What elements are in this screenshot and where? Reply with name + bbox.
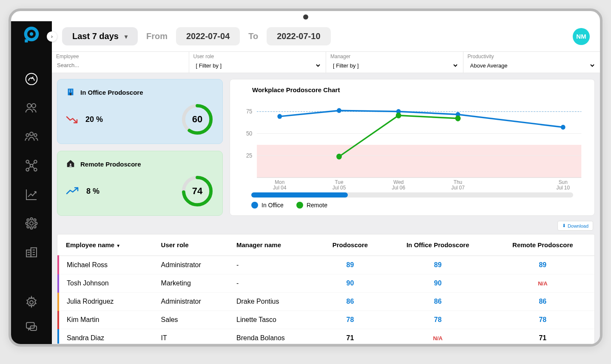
legend-remote[interactable]: Remote bbox=[296, 202, 327, 209]
home-icon bbox=[66, 159, 75, 169]
filter-role-label: User role bbox=[193, 54, 322, 59]
office-trend-pct: 20 % bbox=[85, 115, 103, 124]
date-range-selector[interactable]: Last 7 days ▾ bbox=[62, 27, 138, 45]
download-icon: ⬇ bbox=[562, 223, 566, 229]
remote-trend: 8 % bbox=[66, 187, 99, 196]
chart-scrollbar[interactable] bbox=[251, 192, 573, 198]
nav-dashboard[interactable] bbox=[23, 71, 40, 87]
remote-card-title: Remote Prodoscore bbox=[80, 161, 141, 168]
employee-search-input[interactable] bbox=[56, 60, 185, 70]
svg-text:25: 25 bbox=[246, 152, 252, 159]
chart-panel: Workplace Prodoscore Chart bbox=[230, 79, 595, 216]
svg-point-8 bbox=[26, 134, 29, 137]
svg-point-13 bbox=[34, 168, 37, 171]
from-date-picker[interactable]: 2022-07-04 bbox=[176, 27, 240, 45]
building-icon bbox=[66, 87, 75, 98]
nav-teams[interactable] bbox=[23, 128, 40, 145]
svg-text:Jul 07: Jul 07 bbox=[451, 184, 465, 190]
logo bbox=[21, 24, 42, 44]
office-gauge: 60 bbox=[181, 103, 214, 136]
to-label: To bbox=[248, 31, 258, 41]
remote-gauge: 74 bbox=[181, 175, 214, 208]
from-label: From bbox=[146, 31, 168, 41]
remote-card: Remote Prodoscore 8 % 74 bbox=[57, 151, 223, 216]
svg-text:Jul 10: Jul 10 bbox=[556, 184, 570, 190]
nav-network[interactable] bbox=[23, 157, 40, 174]
col-employee-name[interactable]: Employee name▼ bbox=[58, 234, 153, 256]
office-trend: 20 % bbox=[66, 115, 103, 124]
filter-employee-label: Employee bbox=[56, 54, 185, 59]
trend-down-icon bbox=[66, 115, 81, 124]
svg-rect-49 bbox=[257, 145, 581, 178]
office-card-title: In Office Prodoscore bbox=[80, 89, 143, 96]
remote-score: 74 bbox=[192, 186, 202, 197]
range-label: Last 7 days bbox=[72, 31, 119, 41]
trend-up-icon bbox=[66, 187, 82, 195]
chevron-down-icon: ▾ bbox=[125, 33, 128, 40]
nav-settings[interactable] bbox=[23, 294, 40, 311]
col-user-role[interactable]: User role bbox=[153, 234, 229, 256]
svg-line-17 bbox=[28, 167, 30, 169]
filter-productivity-label: Productivity bbox=[468, 54, 596, 59]
col-manager-name[interactable]: Manager name bbox=[229, 234, 315, 256]
filter-bar: Employee User role [ Filter by ] Manager… bbox=[52, 52, 600, 73]
svg-point-11 bbox=[34, 160, 37, 163]
nav-list bbox=[11, 71, 52, 261]
tablet-frame: › Last 7 days ▾ From bbox=[9, 8, 602, 347]
svg-point-1 bbox=[30, 32, 33, 36]
svg-point-35 bbox=[30, 301, 33, 304]
col-prodoscore[interactable]: Prodoscore bbox=[315, 234, 385, 256]
legend-office[interactable]: In Office bbox=[251, 202, 284, 209]
employee-table: Employee name▼ User role Manager name Pr… bbox=[57, 234, 595, 344]
svg-point-20 bbox=[30, 218, 32, 220]
to-date-picker[interactable]: 2022-07-10 bbox=[267, 27, 330, 45]
svg-point-60 bbox=[336, 154, 342, 160]
svg-point-62 bbox=[455, 116, 461, 121]
sidebar-expand-button[interactable]: › bbox=[47, 31, 57, 42]
svg-point-22 bbox=[26, 222, 28, 224]
in-office-card: In Office Prodoscore 20 % 60 bbox=[57, 79, 223, 144]
svg-rect-39 bbox=[69, 90, 70, 90]
sidebar: › bbox=[11, 21, 52, 344]
svg-point-12 bbox=[26, 168, 29, 171]
svg-text:50: 50 bbox=[246, 130, 252, 137]
nav-chat[interactable] bbox=[23, 319, 40, 336]
table-row[interactable]: Michael RossAdministrator-898989 bbox=[58, 256, 594, 274]
user-role-select[interactable]: [ Filter by ] bbox=[193, 60, 322, 71]
nav-analytics[interactable] bbox=[23, 186, 40, 203]
table-row[interactable]: Sandra DiazITBrenda Bolanos71N/A71 bbox=[58, 329, 594, 344]
svg-point-6 bbox=[32, 104, 36, 107]
svg-point-23 bbox=[35, 222, 37, 224]
nav-users[interactable] bbox=[23, 99, 40, 116]
table-row[interactable]: Julia RodriguezAdministratorDrake Pontiu… bbox=[58, 293, 594, 311]
svg-rect-40 bbox=[71, 90, 72, 90]
nav-org[interactable] bbox=[23, 244, 40, 261]
svg-point-21 bbox=[30, 227, 32, 229]
table-row[interactable]: Kim MartinSalesLinette Tasco787878 bbox=[58, 311, 594, 329]
svg-rect-41 bbox=[69, 91, 70, 92]
col-office-score[interactable]: In Office Prodoscore bbox=[385, 234, 491, 256]
svg-point-59 bbox=[561, 125, 566, 130]
productivity-select[interactable]: Above Average bbox=[468, 60, 596, 71]
svg-line-15 bbox=[28, 163, 30, 164]
nav-cluster[interactable] bbox=[23, 215, 40, 232]
svg-point-46 bbox=[70, 164, 71, 165]
manager-select[interactable]: [ Filter by ] bbox=[330, 60, 459, 71]
remote-trend-pct: 8 % bbox=[86, 187, 99, 196]
table-row[interactable]: Tosh JohnsonMarketing-9090N/A bbox=[58, 274, 594, 293]
svg-point-27 bbox=[34, 226, 36, 228]
svg-point-55 bbox=[277, 114, 282, 119]
main-content: Last 7 days ▾ From 2022-07-04 To 2022-07… bbox=[52, 21, 600, 344]
camera-dot bbox=[303, 14, 308, 20]
filter-manager-label: Manager bbox=[330, 54, 459, 59]
svg-rect-42 bbox=[71, 91, 72, 92]
svg-text:Jul 05: Jul 05 bbox=[332, 184, 346, 190]
svg-text:Jul 06: Jul 06 bbox=[392, 184, 405, 190]
svg-rect-28 bbox=[26, 250, 31, 257]
col-remote-score[interactable]: Remote Prodoscore bbox=[491, 234, 594, 256]
download-button[interactable]: ⬇ Download bbox=[557, 221, 593, 231]
office-score: 60 bbox=[192, 114, 202, 125]
svg-point-9 bbox=[34, 134, 37, 137]
user-avatar[interactable]: NM bbox=[573, 28, 590, 45]
svg-line-18 bbox=[33, 167, 34, 169]
